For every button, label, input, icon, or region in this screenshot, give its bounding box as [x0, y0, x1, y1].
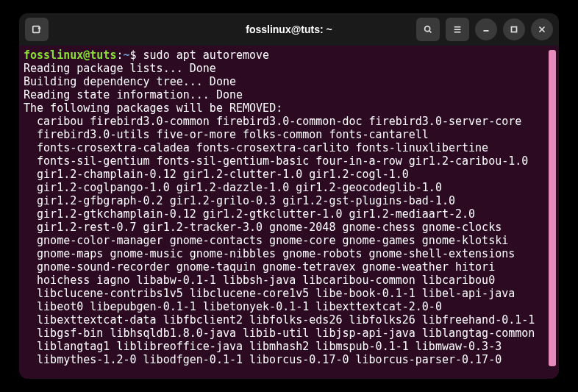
new-tab-button[interactable]: [25, 18, 49, 41]
package-line: firebird3.0-utils five-or-more folks-com…: [24, 128, 549, 141]
svg-point-3: [425, 26, 430, 32]
package-line: libeot0 libepubgen-0.1-1 libetonyek-0.1-…: [24, 300, 549, 313]
window-title: fosslinux@tuts: ~: [246, 24, 332, 35]
packages-container: caribou firebird3.0-common firebird3.0-c…: [24, 115, 549, 366]
package-line: gnome-maps gnome-music gnome-nibbles gno…: [24, 247, 549, 260]
package-line: libexttextcat-data libfbclient2 libfolks…: [24, 313, 549, 327]
close-button[interactable]: [531, 18, 553, 40]
terminal-content: fosslinux@tuts:~$ sudo apt autoremove Re…: [24, 49, 549, 376]
titlebar: fosslinux@tuts: ~: [19, 13, 559, 46]
terminal-body[interactable]: fosslinux@tuts:~$ sudo apt autoremove Re…: [19, 46, 559, 379]
package-line: gir1.2-champlain-0.12 gir1.2-clutter-1.0…: [24, 168, 549, 181]
package-line: libgsf-bin libhsqldb1.8.0-java libib-uti…: [24, 327, 549, 340]
package-line: libclucene-contribs1v5 libclucene-core1v…: [24, 287, 549, 300]
search-button[interactable]: [416, 18, 440, 41]
prompt-line: fosslinux@tuts:~$ sudo apt autoremove: [24, 49, 549, 62]
package-line: hoichess iagno libabw-0.1-1 libbsh-java …: [24, 274, 549, 287]
package-line: gir1.2-gtkchamplain-0.12 gir1.2-gtkclutt…: [24, 207, 549, 221]
minimize-button[interactable]: [475, 18, 497, 40]
minimize-icon: [481, 24, 491, 35]
prompt-symbol: $: [130, 49, 137, 62]
output-line: Building dependency tree... Done: [24, 75, 549, 88]
svg-rect-9: [512, 27, 517, 32]
output-line: Reading package lists... Done: [24, 62, 549, 75]
package-line: gnome-color-manager gnome-contacts gnome…: [24, 234, 549, 247]
terminal-window: fosslinux@tuts: ~: [19, 13, 559, 379]
maximize-icon: [509, 24, 519, 35]
package-line: liblangtag1 liblibreoffice-java libmhash…: [24, 340, 549, 353]
package-line: libmythes-1.2-0 libodfgen-0.1-1 liborcus…: [24, 353, 549, 366]
svg-rect-0: [33, 26, 40, 33]
scrollbar[interactable]: [549, 50, 556, 366]
output-line: The following packages will be REMOVED:: [24, 101, 549, 115]
hamburger-icon: [452, 24, 463, 35]
close-icon: [537, 24, 547, 35]
package-line: gir1.2-gfbgraph-0.2 gir1.2-grilo-0.3 gir…: [24, 194, 549, 207]
output-line: Reading state information... Done: [24, 88, 549, 101]
package-line: gnome-sound-recorder gnome-taquin gnome-…: [24, 260, 549, 274]
prompt-path: ~: [123, 49, 129, 62]
command-text: sudo apt autoremove: [143, 49, 270, 62]
svg-line-4: [429, 31, 432, 33]
package-line: gir1.2-rest-0.7 gir1.2-tracker-3.0 gnome…: [24, 221, 549, 234]
package-line: fonts-crosextra-caladea fonts-crosextra-…: [24, 141, 549, 154]
search-icon: [423, 24, 433, 35]
new-tab-icon: [32, 24, 42, 35]
package-line: caribou firebird3.0-common firebird3.0-c…: [24, 115, 549, 128]
output-container: Reading package lists... DoneBuilding de…: [24, 62, 549, 115]
package-line: fonts-sil-gentium fonts-sil-gentium-basi…: [24, 154, 549, 168]
menu-button[interactable]: [446, 18, 469, 41]
package-line: gir1.2-coglpango-1.0 gir1.2-dazzle-1.0 g…: [24, 181, 549, 194]
maximize-button[interactable]: [503, 18, 525, 40]
prompt-user-host: fosslinux@tuts: [24, 49, 116, 62]
